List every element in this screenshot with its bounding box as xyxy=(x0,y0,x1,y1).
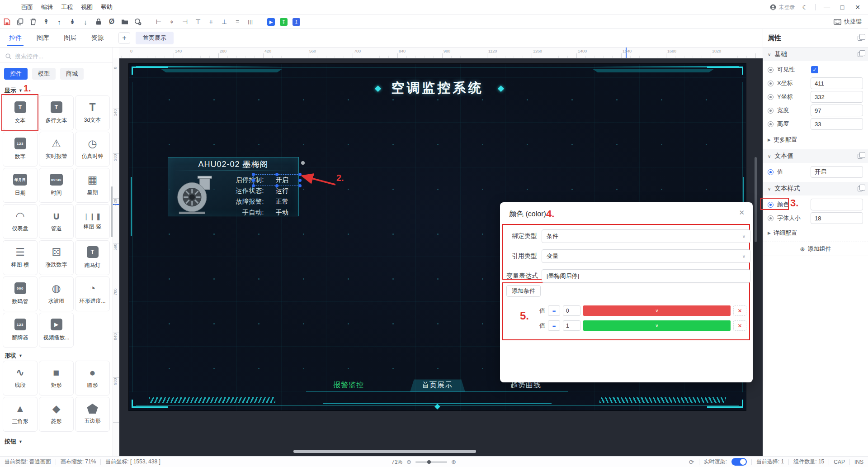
more-config-toggle[interactable]: ▶ 更多配置 xyxy=(768,136,797,144)
widget-search[interactable] xyxy=(0,50,113,63)
delete-condition-icon[interactable]: ✕ xyxy=(733,320,746,331)
device-row-run-status[interactable]: 运作状态: 运行 xyxy=(222,186,290,196)
add-condition-button[interactable]: 添加条件 xyxy=(506,285,541,297)
menu-help[interactable]: 帮助 xyxy=(101,3,113,11)
widget-item-环形进度...[interactable]: ◔环形进度... xyxy=(75,276,110,311)
text-value-input[interactable] xyxy=(811,166,863,178)
viewport-horizontal-scrollbar[interactable] xyxy=(293,450,476,453)
condition-value-input[interactable] xyxy=(563,305,580,316)
delete-icon[interactable] xyxy=(29,18,37,26)
bind-radio-icon-active[interactable] xyxy=(768,169,774,175)
theme-toggle-moon-icon[interactable]: ☾ xyxy=(802,4,808,11)
widget-item-三角形[interactable]: ▲三角形 xyxy=(3,397,38,432)
section-text-style[interactable]: ∨ 文本样式 xyxy=(763,182,868,195)
zoom-out-icon[interactable]: ⊖ xyxy=(406,458,411,465)
resize-handle[interactable] xyxy=(275,173,278,176)
screen-title[interactable]: 空调监控系统 xyxy=(129,79,746,97)
y-input[interactable] xyxy=(811,91,863,103)
section-buttons[interactable]: 按钮 ▼ xyxy=(5,438,23,446)
widget-item-日期[interactable]: 年月日日期 xyxy=(3,168,38,203)
bring-to-front-icon[interactable]: ↟ xyxy=(42,18,50,26)
section-display[interactable]: 显示 ▼ xyxy=(5,86,23,95)
operator-select[interactable]: = xyxy=(548,305,560,316)
widget-item-菱形[interactable]: ◆菱形 xyxy=(39,397,74,432)
bind-radio-icon[interactable] xyxy=(768,94,774,100)
row-value[interactable]: 运行 xyxy=(264,187,290,195)
zoom-slider-knob[interactable] xyxy=(427,460,431,464)
zoom-slider[interactable] xyxy=(415,462,447,462)
row-value[interactable]: 正常 xyxy=(264,198,290,206)
distribute-h-icon[interactable]: ||| xyxy=(246,18,255,26)
device-row-start-stop[interactable]: 启停控制: 开启 xyxy=(222,175,290,186)
add-component-button[interactable]: ⊕ 添加组件 xyxy=(763,242,868,256)
widget-item-时间[interactable]: 09:30时间 xyxy=(39,168,74,203)
move-down-icon[interactable]: ↓ xyxy=(81,18,90,26)
viewport-vertical-scrollbar[interactable] xyxy=(755,157,757,242)
row-value[interactable]: 手动 xyxy=(264,209,290,217)
close-button[interactable]: ✕ xyxy=(854,4,862,11)
category-models[interactable]: 模型 xyxy=(32,68,56,80)
bind-radio-icon[interactable] xyxy=(768,67,774,73)
widget-item-线段[interactable]: ∿线段 xyxy=(3,361,38,396)
variable-expression-input[interactable] xyxy=(547,273,736,280)
binding-type-select[interactable]: 条件 ∨ xyxy=(542,229,750,243)
align-hcenter-icon[interactable]: ⌖ xyxy=(168,18,176,26)
nav-alarm-monitor[interactable]: 报警监控 xyxy=(333,381,364,390)
align-right-icon[interactable]: ⊣ xyxy=(181,18,189,26)
category-market[interactable]: 商城 xyxy=(60,68,84,80)
widget-item-多行文本[interactable]: T多行文本 xyxy=(39,95,74,130)
move-up-icon[interactable]: ↑ xyxy=(55,18,63,26)
menu-view[interactable]: 视图 xyxy=(81,3,93,11)
align-top-icon[interactable]: ⊤ xyxy=(194,18,202,26)
reference-type-select[interactable]: 变量 ∨ xyxy=(542,249,750,263)
width-input[interactable] xyxy=(811,105,863,116)
visible-checkbox[interactable]: ✓ xyxy=(811,66,818,73)
widget-item-视频播放...[interactable]: ▶视频播放... xyxy=(39,313,74,348)
device-card-ahu02[interactable]: AHU02-02 墨梅阁 xyxy=(168,157,299,216)
operator-select[interactable]: = xyxy=(548,320,560,331)
bind-radio-icon[interactable] xyxy=(768,108,774,114)
tab-gallery[interactable]: 图库 xyxy=(36,30,50,46)
font-size-input[interactable] xyxy=(811,212,863,224)
publish-icon[interactable]: ↥ xyxy=(292,18,300,26)
resize-handle[interactable] xyxy=(252,173,255,176)
bind-radio-icon[interactable] xyxy=(768,215,774,221)
maximize-button[interactable]: □ xyxy=(838,4,846,11)
color-input[interactable] xyxy=(811,199,863,210)
widget-item-棒图-竖[interactable]: ❘❙❚棒图-竖 xyxy=(75,204,110,239)
zoom-in-icon[interactable]: ⊕ xyxy=(451,458,456,465)
page-tab-home[interactable]: 首页展示 xyxy=(136,32,174,44)
detail-config-toggle[interactable]: ▶ 详细配置 xyxy=(768,229,797,237)
save-icon[interactable] xyxy=(3,18,11,26)
section-basic[interactable]: ∨ 基础 xyxy=(763,48,868,61)
widget-item-数码管[interactable]: 000数码管 xyxy=(3,276,38,311)
shortcut-button[interactable]: 快捷键 xyxy=(834,18,862,26)
widget-item-仿真时钟[interactable]: ◷仿真时钟 xyxy=(75,132,110,167)
login-button[interactable]: 未登录 xyxy=(770,4,795,11)
device-row-fault-alarm[interactable]: 故障报警: 正常 xyxy=(222,196,290,207)
category-widgets[interactable]: 控件 xyxy=(4,68,28,80)
align-vcenter-icon[interactable]: ⌗ xyxy=(207,18,215,26)
section-shapes[interactable]: 形状 ▼ xyxy=(5,352,23,360)
lock-icon[interactable] xyxy=(94,18,103,26)
bind-radio-icon[interactable] xyxy=(768,121,774,127)
start-stop-value-selected[interactable]: 开启 xyxy=(264,176,290,184)
search-input[interactable] xyxy=(15,53,96,60)
tab-widgets[interactable]: 控件 xyxy=(8,30,23,46)
component-stack-icon[interactable] xyxy=(858,154,863,159)
resize-handle[interactable] xyxy=(252,184,255,187)
hide-icon[interactable]: Ø xyxy=(108,18,116,26)
device-row-manual-auto[interactable]: 手自动: 手动 xyxy=(222,207,290,218)
widget-item-五边形[interactable]: 五边形 xyxy=(75,397,110,432)
condition-value-input[interactable] xyxy=(563,320,580,331)
widget-item-文本[interactable]: T文本 xyxy=(3,95,38,130)
device-name[interactable]: AHU02-02 墨梅阁 xyxy=(168,157,298,171)
x-input[interactable] xyxy=(811,77,863,89)
folder-icon[interactable] xyxy=(121,18,129,26)
component-stack-icon[interactable] xyxy=(858,52,863,57)
height-input[interactable] xyxy=(811,118,863,130)
resize-handle[interactable] xyxy=(252,179,255,182)
delete-condition-icon[interactable]: ✕ xyxy=(733,305,746,316)
copy-icon[interactable] xyxy=(16,18,24,26)
send-to-back-icon[interactable]: ↡ xyxy=(68,18,76,26)
